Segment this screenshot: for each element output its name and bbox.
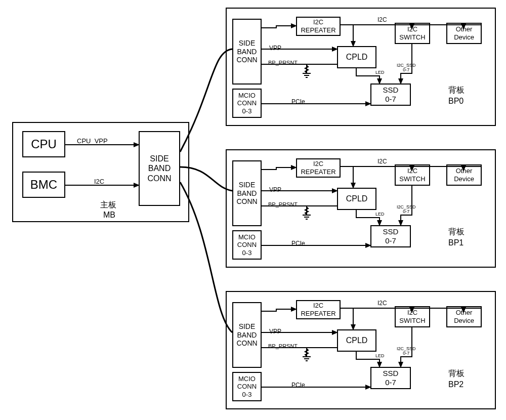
bp1-vpp-label: VPP xyxy=(269,187,281,193)
bp0-vpp-label: VPP xyxy=(269,45,281,52)
bp1-ssd: SSD 0-7 xyxy=(370,225,411,247)
bp2-sideband: SIDE BAND CONN xyxy=(232,302,262,368)
bp1-title1: 背板 xyxy=(448,228,465,236)
bp2-i2cssd-label: I2C_SSD 0-7 xyxy=(397,347,416,356)
bp1-i2cssd-label: I2C_SSD 0-7 xyxy=(397,205,416,215)
bp1-i2c-switch: I2C SWITCH xyxy=(395,164,430,186)
bp1-i2c-label: I2C xyxy=(377,158,387,165)
bp2-i2c-label: I2C xyxy=(377,300,387,307)
bmc-label: BMC xyxy=(30,178,57,192)
bp0-title1: 背板 xyxy=(448,86,465,95)
bp0-ssd: SSD 0-7 xyxy=(370,83,411,106)
bp2-led-label: LED xyxy=(375,354,385,358)
bp1-led-label: LED xyxy=(375,212,385,217)
bp0-led-label: LED xyxy=(375,70,385,75)
bp2-pcie-label: PCIe xyxy=(291,382,305,389)
cpu-block: CPU xyxy=(22,131,65,157)
bp2-vpp-label: VPP xyxy=(269,328,281,335)
bp0-mcio: MCIO CONN 0-3 xyxy=(232,89,262,118)
bp1-pcie-label: PCIe xyxy=(291,240,305,247)
bp2-i2c-repeater: I2C REPEATER xyxy=(296,300,341,319)
bp2-title2: BP2 xyxy=(448,381,463,389)
bmc-block: BMC xyxy=(22,172,65,198)
bp1-bpprsnt-label: BP_PRSNT xyxy=(268,202,298,208)
bp0-bpprsnt-label: BP_PRSNT xyxy=(268,60,298,66)
bp2-other-device: Other Device xyxy=(446,306,482,327)
bp1-other-device: Other Device xyxy=(446,164,482,186)
bp2-mcio: MCIO CONN 0-3 xyxy=(232,372,262,401)
bp0-i2c-repeater: I2C REPEATER xyxy=(296,17,341,36)
bp0-cpld: CPLD xyxy=(337,46,376,68)
bp0-other-device: Other Device xyxy=(446,23,482,44)
bp1-cpld: CPLD xyxy=(337,188,376,210)
mb-title-2: MB xyxy=(103,211,115,220)
bp0-sideband: SIDE BAND CONN xyxy=(232,19,262,85)
cpu-label: CPU xyxy=(31,137,57,152)
bp0-i2c-label: I2C xyxy=(377,17,387,23)
bp2-title1: 背板 xyxy=(448,369,465,378)
bp1-mcio: MCIO CONN 0-3 xyxy=(232,230,262,260)
bp0-pcie-label: PCIe xyxy=(291,99,305,105)
bp0-i2cssd-label: I2C_SSD 0-7 xyxy=(397,63,416,73)
bp2-cpld: CPLD xyxy=(337,329,376,352)
bp2-bpprsnt-label: BP_PRSNT xyxy=(268,344,298,350)
mb-title-1: 主板 xyxy=(100,201,116,209)
bp2-ssd: SSD 0-7 xyxy=(370,367,411,389)
mb-sideband: SIDE BAND CONN xyxy=(139,131,180,206)
cpu-vpp-label: CPU_VPP xyxy=(77,138,108,145)
bmc-i2c-label: I2C xyxy=(94,178,104,185)
bp0-i2c-switch: I2C SWITCH xyxy=(395,23,430,44)
bp0-title2: BP0 xyxy=(448,97,463,106)
bp1-sideband: SIDE BAND CONN xyxy=(232,160,262,226)
mb-sideband-label: SIDE BAND CONN xyxy=(147,154,171,183)
bp2-i2c-switch: I2C SWITCH xyxy=(395,306,430,327)
bp1-i2c-repeater: I2C REPEATER xyxy=(296,158,341,178)
bp1-title2: BP1 xyxy=(448,239,463,247)
